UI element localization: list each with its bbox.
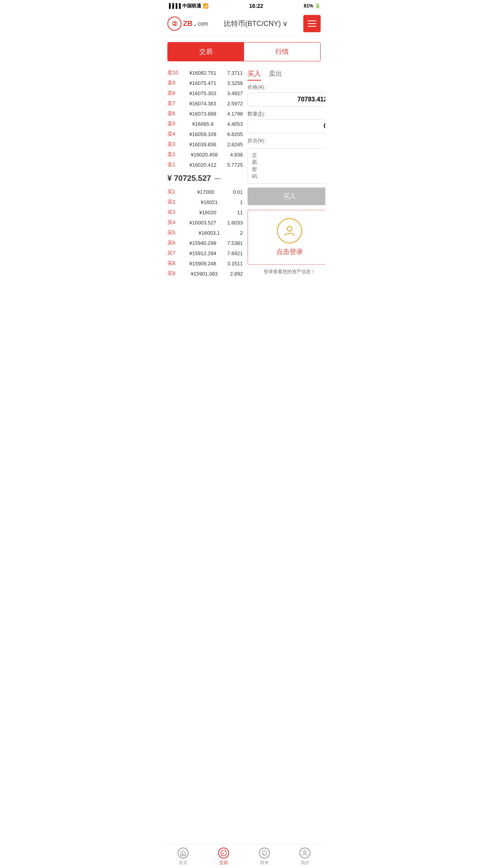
buy-order-2: 买2 ¥16021 1 bbox=[166, 197, 244, 207]
quantity-input-box[interactable] bbox=[248, 119, 325, 133]
buy-label-3: 买3 bbox=[167, 209, 178, 216]
user-icon-circle bbox=[277, 218, 302, 243]
buy-amount-7: 7.6921 bbox=[227, 250, 243, 256]
sell-amount-4: 6.8205 bbox=[227, 131, 243, 137]
buy-label-2: 买2 bbox=[167, 199, 178, 206]
sell-order-8: 卖8 ¥16075.303 3.4927 bbox=[166, 88, 244, 98]
buy-price-5: ¥16003.1 bbox=[198, 230, 220, 236]
menu-line-2 bbox=[308, 23, 316, 24]
sell-order-2: 卖2 ¥16020.458 4.838 bbox=[166, 149, 244, 160]
sell-label-2: 卖2 bbox=[167, 151, 178, 158]
buy-amount-9: 2.892 bbox=[230, 271, 243, 277]
order-book: 卖10 ¥16082.751 7.3711 卖9 ¥16075.471 3.32… bbox=[166, 68, 244, 279]
buy-order-1: 买1 ¥17000 0.01 bbox=[166, 187, 244, 197]
price-input-box[interactable] bbox=[248, 92, 325, 107]
buy-amount-2: 1 bbox=[240, 199, 243, 205]
buy-price-7: ¥15912.284 bbox=[189, 250, 216, 256]
sell-label-10: 卖10 bbox=[167, 69, 178, 76]
login-text[interactable]: 点击登录 bbox=[276, 247, 303, 256]
buy-label-9: 买9 bbox=[167, 270, 178, 277]
sell-price-4: ¥16059.109 bbox=[189, 131, 216, 137]
buy-orders: 买1 ¥17000 0.01 买2 ¥16021 1 买3 ¥16020 11 … bbox=[166, 187, 244, 279]
sell-amount-1: 5.7725 bbox=[227, 162, 243, 168]
total-row: 折合(¥): bbox=[248, 137, 325, 144]
sell-price-1: ¥16020.412 bbox=[189, 162, 216, 168]
sell-label-7: 卖7 bbox=[167, 100, 178, 107]
sell-price-2: ¥16020.458 bbox=[191, 152, 218, 158]
buy-order-5: 买5 ¥16003.1 2 bbox=[166, 228, 244, 238]
sell-price-3: ¥16039.836 bbox=[189, 142, 216, 147]
sell-tab[interactable]: 卖出 bbox=[269, 69, 282, 81]
sell-order-5: 卖5 ¥16065.9 4.4053 bbox=[166, 119, 244, 129]
logo-dot: . bbox=[194, 20, 196, 28]
time-label: 16:22 bbox=[249, 3, 263, 9]
sell-label-1: 卖1 bbox=[167, 161, 178, 168]
sell-order-3: 卖3 ¥16039.836 2.8245 bbox=[166, 139, 244, 149]
mid-price-icon: — bbox=[214, 175, 220, 182]
header-title[interactable]: 比特币(BTC/CNY) ∨ bbox=[224, 19, 288, 28]
sell-price-8: ¥16075.303 bbox=[189, 90, 216, 96]
tab-trade[interactable]: 交易 bbox=[168, 42, 244, 61]
buy-amount-8: 3.1511 bbox=[227, 261, 243, 267]
total-label: 折合(¥): bbox=[248, 137, 266, 144]
buy-order-6: 买6 ¥15940.299 7.5381 bbox=[166, 238, 244, 248]
logo: ② ZB . com bbox=[167, 17, 208, 31]
status-left: ▐▐▐▐ 中国联通 📶 bbox=[167, 3, 209, 9]
buy-button[interactable]: 买入 bbox=[248, 188, 325, 205]
status-bar: ▐▐▐▐ 中国联通 📶 16:22 81% 🔋 bbox=[163, 0, 325, 12]
sell-label-4: 卖4 bbox=[167, 131, 178, 138]
menu-button[interactable] bbox=[303, 15, 321, 32]
status-right: 81% 🔋 bbox=[304, 3, 321, 9]
logo-circle: ② bbox=[167, 17, 182, 31]
logo-com: com bbox=[198, 20, 208, 27]
sell-amount-3: 2.8245 bbox=[227, 142, 243, 147]
sell-order-4: 卖4 ¥16059.109 6.8205 bbox=[166, 129, 244, 139]
sell-amount-8: 3.4927 bbox=[227, 90, 243, 96]
buy-amount-3: 11 bbox=[237, 210, 243, 215]
sell-label-3: 卖3 bbox=[167, 141, 178, 148]
buy-label-8: 买8 bbox=[167, 260, 178, 267]
sell-amount-10: 7.3711 bbox=[227, 70, 243, 76]
login-area[interactable]: 点击登录 bbox=[248, 210, 325, 265]
sell-label-8: 卖8 bbox=[167, 90, 178, 97]
buy-label-6: 买6 bbox=[167, 239, 178, 246]
buy-price-1: ¥17000 bbox=[197, 189, 214, 195]
buy-label-1: 买1 bbox=[167, 188, 178, 195]
buy-price-2: ¥16021 bbox=[201, 199, 218, 205]
buy-amount-4: 1.6033 bbox=[227, 220, 243, 226]
sell-order-10: 卖10 ¥16082.751 7.3711 bbox=[166, 68, 244, 78]
sell-order-7: 卖7 ¥16074.383 2.5972 bbox=[166, 98, 244, 108]
sell-amount-9: 3.3256 bbox=[227, 80, 243, 86]
chevron-down-icon: ∨ bbox=[283, 19, 288, 28]
tab-market[interactable]: 行情 bbox=[244, 42, 320, 61]
sell-orders: 卖10 ¥16082.751 7.3711 卖9 ¥16075.471 3.32… bbox=[166, 68, 244, 170]
trade-password-row[interactable]: 交易密码: bbox=[248, 148, 325, 184]
wifi-icon: 📶 bbox=[203, 3, 209, 9]
price-input[interactable] bbox=[252, 96, 325, 103]
buy-label-7: 买7 bbox=[167, 250, 178, 257]
buy-price-9: ¥15901.083 bbox=[191, 271, 218, 277]
quantity-group: 数量(₿): bbox=[248, 110, 325, 133]
sell-amount-7: 2.5972 bbox=[227, 101, 243, 107]
buy-label-5: 买5 bbox=[167, 229, 178, 236]
sell-label-9: 卖9 bbox=[167, 79, 178, 86]
sell-price-10: ¥16082.751 bbox=[189, 70, 216, 76]
buy-price-4: ¥16003.527 bbox=[189, 220, 216, 226]
sell-price-9: ¥16075.471 bbox=[189, 80, 216, 86]
quantity-label: 数量(₿): bbox=[248, 110, 325, 118]
battery-icon: 🔋 bbox=[315, 3, 321, 9]
buy-tab[interactable]: 买入 bbox=[248, 69, 261, 81]
price-label: 价格(¥): bbox=[248, 84, 325, 91]
sell-order-6: 卖6 ¥16073.888 4.1798 bbox=[166, 108, 244, 119]
buy-price-3: ¥16020 bbox=[199, 210, 216, 215]
header: ② ZB . com 比特币(BTC/CNY) ∨ bbox=[163, 12, 325, 36]
buy-order-8: 买8 ¥15909.248 3.1511 bbox=[166, 258, 244, 268]
buy-order-3: 买3 ¥16020 11 bbox=[166, 207, 244, 217]
quantity-input[interactable] bbox=[252, 123, 325, 130]
buy-label-4: 买4 bbox=[167, 219, 178, 226]
trade-password-input[interactable] bbox=[259, 163, 325, 169]
main-content: 卖10 ¥16082.751 7.3711 卖9 ¥16075.471 3.32… bbox=[163, 68, 325, 279]
header-title-text: 比特币(BTC/CNY) bbox=[224, 19, 281, 28]
main-tabs: 交易 行情 bbox=[167, 42, 321, 61]
buy-price-6: ¥15940.299 bbox=[189, 240, 216, 246]
